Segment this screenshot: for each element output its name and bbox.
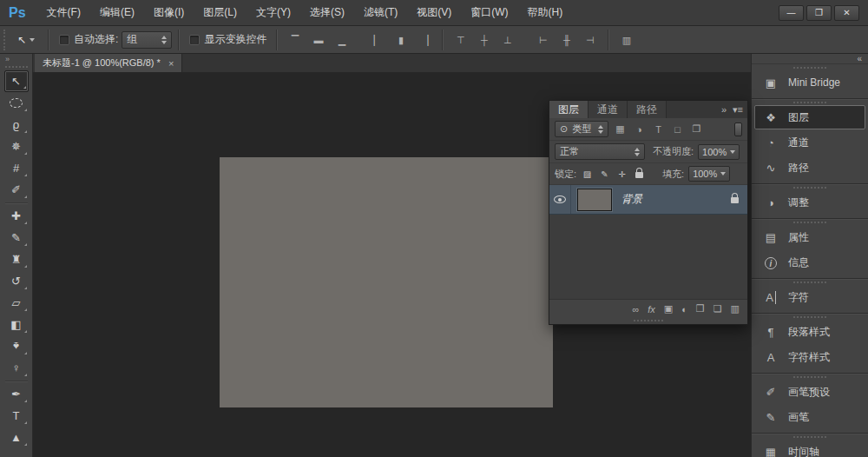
dock-section-grip[interactable] bbox=[793, 376, 826, 378]
lasso-tool[interactable]: ϱ bbox=[4, 114, 29, 136]
dock-section-grip[interactable] bbox=[793, 222, 826, 223]
distribute-vertical-centers-button[interactable]: ┼ bbox=[476, 32, 492, 48]
lock-position-button[interactable]: ✛ bbox=[615, 169, 628, 179]
visibility-cell[interactable] bbox=[549, 185, 571, 214]
panel-resize-grip[interactable] bbox=[549, 318, 747, 324]
document-tab[interactable]: 未标题-1 @ 100%(RGB/8) * × bbox=[35, 54, 182, 72]
panel-button-mini-bridge[interactable]: ▣ Mini Bridge bbox=[754, 70, 865, 95]
panel-button-brush-presets[interactable]: ✐ 画笔预设 bbox=[754, 380, 865, 404]
type-tool[interactable]: T bbox=[4, 405, 29, 427]
layer-thumbnail[interactable] bbox=[577, 189, 612, 211]
menu-type[interactable]: 文字(Y) bbox=[247, 0, 300, 25]
new-layer-icon[interactable]: ❏ bbox=[713, 303, 722, 315]
link-layers-icon[interactable]: ∞ bbox=[632, 304, 639, 315]
panel-button-timeline[interactable]: ▦ 时间轴 bbox=[754, 440, 865, 457]
dock-section-grip[interactable] bbox=[793, 187, 826, 189]
distribute-horizontal-centers-button[interactable]: ╫ bbox=[558, 32, 575, 48]
path-selection-tool[interactable]: ▲ bbox=[4, 427, 29, 448]
menu-help[interactable]: 帮助(H) bbox=[518, 0, 573, 25]
blur-tool[interactable]: ♠ bbox=[4, 335, 29, 357]
delete-layer-icon[interactable]: ▥ bbox=[731, 303, 740, 315]
lock-image-pixels-button[interactable]: ✎ bbox=[598, 169, 611, 179]
collapse-panel-icon[interactable]: » bbox=[721, 104, 727, 115]
history-brush-tool[interactable]: ↺ bbox=[4, 270, 29, 292]
menu-layer[interactable]: 图层(L) bbox=[194, 0, 247, 25]
panel-button-layers[interactable]: ❖ 图层 bbox=[754, 105, 865, 129]
distribute-right-edges-button[interactable]: ⊣ bbox=[582, 32, 598, 48]
current-tool-indicator[interactable]: ↖ bbox=[14, 34, 42, 46]
gradient-tool[interactable]: ◧ bbox=[4, 314, 29, 335]
dock-section-grip[interactable] bbox=[793, 67, 826, 69]
tool-palette-collapse[interactable]: » bbox=[0, 54, 32, 64]
distribute-bottom-edges-button[interactable]: ⊥ bbox=[499, 32, 516, 48]
align-vertical-centers-button[interactable]: ▬ bbox=[310, 32, 326, 48]
blend-mode-dropdown[interactable]: 正常 bbox=[555, 143, 645, 160]
maximize-button[interactable]: ❐ bbox=[806, 5, 832, 21]
move-tool[interactable]: ↖ bbox=[4, 70, 29, 92]
opacity-value-box[interactable]: 100% bbox=[698, 144, 740, 160]
panel-button-info[interactable]: i 信息 bbox=[754, 250, 865, 275]
panel-button-character[interactable]: A 字符 bbox=[754, 285, 865, 309]
menu-image[interactable]: 图像(I) bbox=[144, 0, 194, 25]
auto-align-layers-button[interactable]: ▥ bbox=[618, 32, 635, 48]
healing-brush-tool[interactable]: ✚ bbox=[4, 205, 29, 227]
dock-section-grip[interactable] bbox=[793, 316, 826, 318]
auto-select-target-dropdown[interactable]: 组 bbox=[122, 31, 172, 49]
menu-select[interactable]: 选择(S) bbox=[300, 0, 354, 25]
new-group-icon[interactable]: ❒ bbox=[696, 303, 705, 315]
quick-selection-tool[interactable]: ✵ bbox=[4, 136, 29, 157]
panel-button-character-styles[interactable]: A 字符样式 bbox=[754, 345, 865, 369]
menu-filter[interactable]: 滤镜(T) bbox=[354, 0, 407, 25]
layer-name[interactable]: 背景 bbox=[621, 192, 731, 207]
tab-paths[interactable]: 路径 bbox=[628, 101, 667, 118]
filter-type-dropdown[interactable]: ⊙ 类型 bbox=[555, 121, 608, 137]
layer-row-background[interactable]: 背景 bbox=[549, 185, 747, 215]
document-canvas[interactable] bbox=[220, 157, 553, 407]
close-button[interactable]: ✕ bbox=[834, 5, 859, 21]
menu-view[interactable]: 视图(V) bbox=[407, 0, 461, 25]
filter-on-off-toggle[interactable] bbox=[734, 123, 742, 136]
lock-transparent-pixels-button[interactable]: ▨ bbox=[581, 169, 594, 179]
menu-edit[interactable]: 编辑(E) bbox=[90, 0, 144, 25]
options-bar-grip[interactable] bbox=[3, 30, 9, 50]
distribute-left-edges-button[interactable]: ⊢ bbox=[535, 32, 551, 48]
distribute-top-edges-button[interactable]: ⊤ bbox=[452, 32, 469, 48]
filter-smart-objects-icon[interactable]: ❐ bbox=[689, 123, 704, 135]
lock-all-button[interactable] bbox=[633, 168, 646, 180]
panel-button-adjustments[interactable]: ◑ 调整 bbox=[754, 190, 865, 215]
filter-type-layers-icon[interactable]: T bbox=[651, 124, 666, 135]
align-right-edges-button[interactable]: ▕ bbox=[416, 32, 432, 48]
brush-tool[interactable]: ✎ bbox=[4, 227, 29, 248]
menu-window[interactable]: 窗口(W) bbox=[461, 0, 517, 25]
panel-button-paragraph-styles[interactable]: ¶ 段落样式 bbox=[754, 320, 865, 344]
tab-layers[interactable]: 图层 bbox=[549, 101, 589, 118]
pen-tool[interactable]: ✒ bbox=[4, 383, 29, 405]
align-left-edges-button[interactable]: ▏ bbox=[369, 32, 385, 48]
menu-file[interactable]: 文件(F) bbox=[37, 0, 90, 25]
panel-button-paths[interactable]: ∿ 路径 bbox=[754, 156, 865, 180]
panel-button-properties[interactable]: ▤ 属性 bbox=[754, 225, 865, 249]
tool-palette-grip[interactable] bbox=[5, 66, 28, 68]
dodge-tool[interactable]: ♀ bbox=[4, 357, 29, 379]
filter-pixel-layers-icon[interactable]: ▦ bbox=[613, 123, 628, 135]
show-transform-controls-checkbox[interactable] bbox=[189, 35, 200, 45]
panel-button-brush[interactable]: ✎ 画笔 bbox=[754, 405, 865, 429]
expand-panels-icon[interactable]: « bbox=[857, 54, 862, 63]
new-adjustment-layer-icon[interactable]: ◐ bbox=[681, 304, 687, 315]
align-top-edges-button[interactable]: ▔ bbox=[286, 32, 303, 48]
eyedropper-tool[interactable]: ✐ bbox=[4, 179, 29, 201]
filter-shape-layers-icon[interactable]: □ bbox=[670, 124, 685, 135]
filter-adjustment-layers-icon[interactable]: ◑ bbox=[632, 124, 647, 135]
crop-tool[interactable]: # bbox=[4, 157, 29, 179]
panel-button-channels[interactable]: ◔ 通道 bbox=[754, 130, 865, 155]
clone-stamp-tool[interactable]: ♜ bbox=[4, 248, 29, 270]
dock-section-grip[interactable] bbox=[793, 436, 826, 438]
minimize-button[interactable]: — bbox=[779, 5, 804, 21]
eraser-tool[interactable]: ▱ bbox=[4, 292, 29, 314]
panel-menu-icon[interactable]: ▾≡ bbox=[733, 104, 743, 116]
dock-section-grip[interactable] bbox=[793, 102, 826, 103]
align-horizontal-centers-button[interactable]: ▮ bbox=[392, 32, 409, 48]
fill-value-box[interactable]: 100% bbox=[688, 166, 730, 182]
tab-channels[interactable]: 通道 bbox=[589, 101, 628, 118]
align-bottom-edges-button[interactable]: ▁ bbox=[333, 32, 350, 48]
